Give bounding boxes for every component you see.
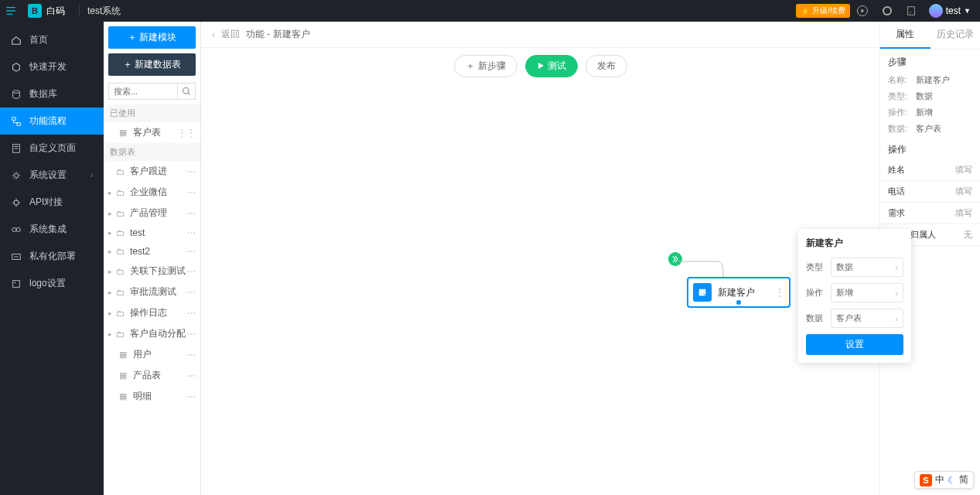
node-anchor[interactable] bbox=[736, 300, 741, 305]
search-input[interactable] bbox=[108, 83, 177, 100]
svg-rect-5 bbox=[12, 117, 15, 120]
folder-icon: 🗀 bbox=[116, 228, 127, 237]
flow-canvas[interactable]: 新建客户 ⋮ 新建客户 类型数据›操作新增›数据客户表› 设置 bbox=[201, 84, 879, 495]
prop-key: 数据: bbox=[888, 123, 916, 135]
tab-history[interactable]: 历史记录 bbox=[930, 22, 981, 49]
play-icon[interactable] bbox=[856, 5, 869, 17]
item-menu-icon[interactable]: ⋯ bbox=[186, 308, 196, 319]
op-row[interactable]: 姓名填写 bbox=[880, 159, 980, 181]
menu-toggle[interactable] bbox=[0, 0, 22, 22]
tree-item[interactable]: ▸🗀test2⋯ bbox=[104, 242, 200, 261]
section-ops: 操作 bbox=[880, 137, 980, 159]
folder-icon: 🗀 bbox=[116, 329, 127, 339]
nav-item-db[interactable]: 数据库 bbox=[0, 80, 104, 108]
svg-point-8 bbox=[14, 173, 18, 177]
item-menu-icon[interactable]: ⋯ bbox=[186, 370, 196, 381]
node-menu-icon[interactable]: ⋮ bbox=[775, 287, 784, 298]
item-menu-icon[interactable]: ⋯ bbox=[186, 266, 196, 277]
nav-item-integ[interactable]: 系统集成 bbox=[0, 216, 104, 243]
tree-item[interactable]: ▸🗀操作日志⋯ bbox=[104, 302, 200, 323]
popover-setting-button[interactable]: 设置 bbox=[806, 334, 903, 355]
ime-indicator[interactable]: S 中 ☾ 简 bbox=[914, 471, 974, 489]
crumb-path: 功能 - 新建客户 bbox=[246, 28, 310, 41]
nav-item-home[interactable]: 首页 bbox=[0, 26, 104, 53]
back-chevron-icon[interactable]: ‹ bbox=[212, 29, 215, 40]
new-table-button[interactable]: ＋ 新建数据表 bbox=[108, 53, 196, 76]
tree-item[interactable]: 🗀客户跟进⋯ bbox=[104, 161, 200, 182]
home-icon bbox=[11, 35, 22, 46]
caret-down-icon: ▼ bbox=[964, 7, 971, 15]
folder-icon: 🗀 bbox=[116, 209, 127, 218]
main-nav: 首页快速开发数据库功能流程自定义页面系统设置›API对接系统集成私有化部署log… bbox=[0, 22, 104, 495]
nav-item-flow[interactable]: 功能流程 bbox=[0, 108, 104, 135]
svg-point-2 bbox=[884, 8, 890, 14]
prop-key: 操作: bbox=[888, 107, 916, 118]
logo-icon bbox=[11, 278, 22, 289]
tree-item[interactable]: ▸🗀test⋯ bbox=[104, 224, 200, 242]
file-icon: ▦ bbox=[119, 350, 130, 360]
chevron-right-icon: › bbox=[90, 171, 93, 179]
tree-item[interactable]: ▦产品表⋯ bbox=[104, 365, 200, 386]
tree-item[interactable]: ▸🗀关联下拉测试⋯ bbox=[104, 261, 200, 282]
tree-item[interactable]: ▸🗀企业微信⋯ bbox=[104, 182, 200, 203]
folder-icon: 🗀 bbox=[116, 309, 127, 318]
caret-icon: ▸ bbox=[108, 268, 116, 275]
test-button[interactable]: 测试 bbox=[525, 55, 578, 77]
back-link[interactable]: 返回 bbox=[221, 28, 240, 41]
nav-item-cube[interactable]: 快速开发 bbox=[0, 53, 104, 80]
item-menu-icon[interactable]: ⋮⋮ bbox=[177, 128, 196, 138]
nav-item-api[interactable]: API对接 bbox=[0, 189, 104, 216]
popover-select[interactable]: 客户表› bbox=[831, 309, 903, 328]
avatar bbox=[929, 4, 943, 18]
item-menu-icon[interactable]: ⋯ bbox=[186, 187, 196, 198]
folder-icon: 🗀 bbox=[116, 188, 127, 197]
nav-item-page[interactable]: 自定义页面 bbox=[0, 135, 104, 162]
help-icon[interactable] bbox=[881, 5, 893, 17]
item-menu-icon[interactable]: ⋯ bbox=[186, 329, 196, 340]
nav-item-logo[interactable]: logo设置 bbox=[0, 270, 104, 297]
op-value: 无 bbox=[964, 229, 972, 241]
file-icon: ▦ bbox=[119, 128, 130, 138]
folder-icon: 🗀 bbox=[116, 247, 127, 256]
folder-icon: 🗀 bbox=[116, 288, 127, 297]
tree-item[interactable]: ▸🗀审批流测试⋯ bbox=[104, 282, 200, 302]
op-row[interactable]: 电话填写 bbox=[880, 181, 980, 203]
caret-icon: ▸ bbox=[108, 248, 116, 255]
tree-item[interactable]: ▸🗀客户自动分配⋯ bbox=[104, 323, 200, 344]
popover-label: 类型 bbox=[806, 261, 825, 273]
item-menu-icon[interactable]: ⋯ bbox=[186, 166, 196, 177]
nav-item-gear[interactable]: 系统设置› bbox=[0, 162, 104, 189]
item-menu-icon[interactable]: ⋯ bbox=[186, 208, 196, 219]
tree-item-used[interactable]: ▦ 客户表 ⋮⋮ bbox=[104, 122, 200, 143]
user-menu[interactable]: test ▼ bbox=[923, 4, 971, 18]
new-module-button[interactable]: ＋ 新建模块 bbox=[108, 26, 196, 49]
item-menu-icon[interactable]: ⋯ bbox=[186, 391, 196, 402]
caret-icon: ▸ bbox=[108, 229, 116, 237]
tree-item[interactable]: ▦用户⋯ bbox=[104, 344, 200, 365]
svg-point-13 bbox=[14, 282, 15, 283]
tree-item[interactable]: ▸🗀产品管理⋯ bbox=[104, 203, 200, 224]
module-panel: ＋ 新建模块 ＋ 新建数据表 已使用 ▦ 客户表 ⋮⋮ 数据表 🗀客户跟进⋯▸🗀… bbox=[104, 22, 201, 495]
op-value: 填写 bbox=[955, 207, 972, 219]
caret-icon: ▸ bbox=[108, 189, 116, 196]
popover-select[interactable]: 数据› bbox=[831, 258, 903, 277]
tree-item[interactable]: ▦明细⋯ bbox=[104, 386, 200, 407]
publish-button[interactable]: 发布 bbox=[586, 55, 627, 77]
op-name: 需求 bbox=[888, 207, 905, 219]
new-step-button[interactable]: ＋新步骤 bbox=[454, 55, 517, 77]
prop-value: 数据 bbox=[916, 90, 933, 102]
popover-select[interactable]: 新增› bbox=[831, 283, 903, 302]
nav-item-deploy[interactable]: 私有化部署 bbox=[0, 243, 104, 270]
folder-icon: 🗀 bbox=[116, 167, 127, 176]
search-button[interactable] bbox=[177, 83, 196, 100]
doc-icon[interactable] bbox=[906, 5, 917, 16]
item-menu-icon[interactable]: ⋯ bbox=[186, 246, 196, 257]
upgrade-button[interactable]: ⚡ 升级/续费 bbox=[796, 4, 850, 18]
item-menu-icon[interactable]: ⋯ bbox=[186, 350, 196, 360]
item-menu-icon[interactable]: ⋯ bbox=[186, 227, 196, 238]
svg-rect-3 bbox=[907, 7, 914, 15]
item-menu-icon[interactable]: ⋯ bbox=[186, 287, 196, 298]
op-row[interactable]: 需求填写 bbox=[880, 203, 980, 224]
integ-icon bbox=[11, 224, 22, 235]
tab-properties[interactable]: 属性 bbox=[880, 22, 930, 49]
